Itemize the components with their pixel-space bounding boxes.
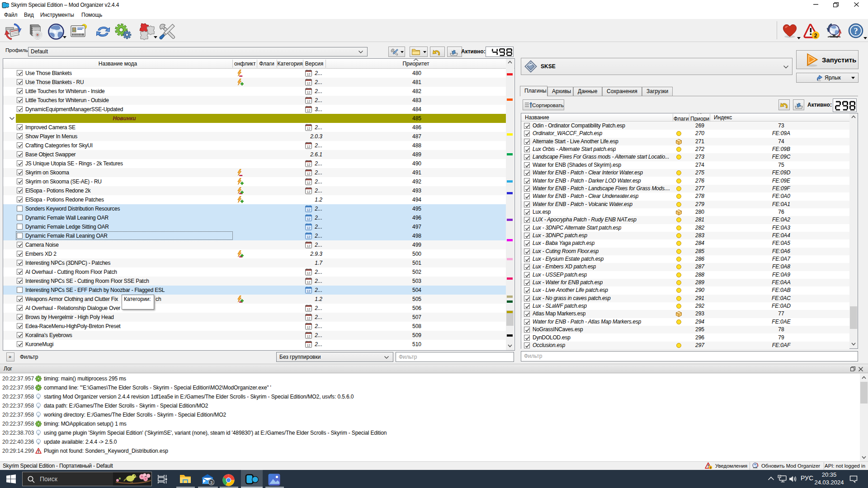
svg-text:?: ? [854, 26, 858, 36]
svg-text:3: 3 [710, 466, 711, 469]
svg-text:2: 2 [814, 33, 817, 39]
svg-text:3: 3 [210, 480, 212, 485]
